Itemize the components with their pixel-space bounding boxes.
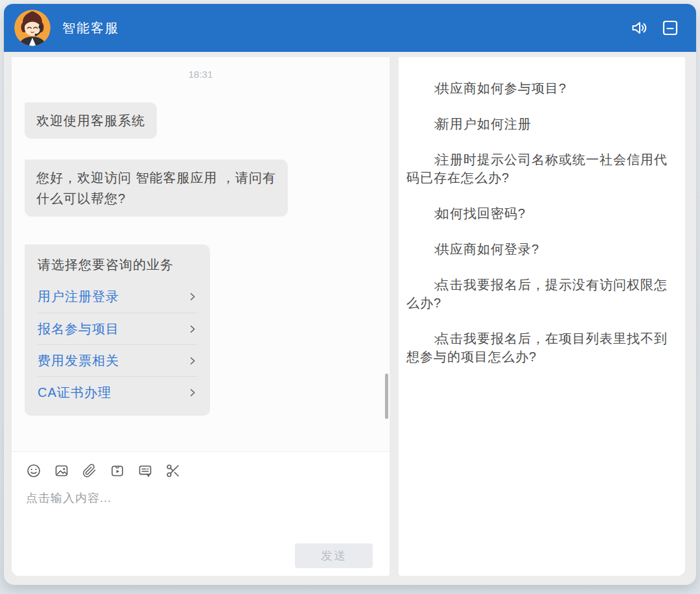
faq-question: 如何找回密码? bbox=[436, 206, 526, 220]
faq-item[interactable]: 新用户如何注册 bbox=[406, 115, 675, 133]
volume-icon[interactable] bbox=[630, 19, 648, 37]
faq-item[interactable]: 点击我要报名后，在项目列表里找不到 想参与的项目怎么办? bbox=[406, 329, 675, 366]
menu-item-label: 用户注册登录 bbox=[38, 288, 119, 305]
send-button[interactable]: 发送 bbox=[295, 543, 373, 568]
chevron-right-icon bbox=[432, 121, 441, 129]
chevron-right-icon bbox=[432, 335, 441, 344]
chevron-right-icon bbox=[187, 388, 197, 398]
faq-question: 点击我要报名后，在项目列表里找不到 想参与的项目怎么办? bbox=[406, 331, 668, 364]
agent-avatar-illustration bbox=[14, 10, 51, 46]
faq-item[interactable]: 点击我要报名后，提示没有访问权限怎 么办? bbox=[406, 276, 675, 312]
faq-item[interactable]: 注册时提示公司名称或统一社会信用代 码已存在怎么办? bbox=[406, 150, 675, 187]
menu-item-fee-invoice[interactable]: 费用发票相关 bbox=[38, 344, 197, 376]
chevron-right-icon bbox=[432, 281, 441, 290]
message-bubble: 您好，欢迎访问 智能客服应用 ，请问有 什么可以帮您? bbox=[25, 160, 288, 217]
avatar bbox=[14, 10, 51, 46]
faq-panel: 供应商如何参与项目? 新用户如何注册 注册时提示公司名称或统一社会信用代 码已存… bbox=[399, 57, 685, 576]
timestamp: 18:31 bbox=[12, 69, 390, 80]
faq-question: 点击我要报名后，提示没有访问权限怎 么办? bbox=[406, 278, 668, 310]
scrollbar-thumb[interactable] bbox=[385, 374, 388, 419]
image-icon[interactable] bbox=[54, 463, 69, 479]
faq-item[interactable]: 供应商如何参与项目? bbox=[406, 79, 675, 97]
message-bubble: 欢迎使用客服系统 bbox=[25, 102, 157, 139]
scissors-icon[interactable] bbox=[165, 463, 181, 479]
chevron-right-icon bbox=[432, 246, 441, 254]
faq-item[interactable]: 供应商如何登录? bbox=[406, 240, 675, 258]
chevron-right-icon bbox=[432, 85, 441, 93]
menu-item-label: 报名参与项目 bbox=[38, 320, 119, 338]
faq-question: 供应商如何登录? bbox=[436, 242, 539, 256]
menu-card-title: 请选择您要咨询的业务 bbox=[38, 256, 197, 273]
header-title: 智能客服 bbox=[62, 4, 119, 52]
menu-item-user-register-login[interactable]: 用户注册登录 bbox=[38, 281, 197, 313]
composer-toolbar bbox=[26, 463, 181, 479]
chevron-right-icon bbox=[187, 356, 197, 366]
menu-item-ca-certificate[interactable]: CA证书办理 bbox=[38, 376, 197, 408]
emoji-icon[interactable] bbox=[26, 463, 41, 479]
composer: 点击输入内容... 发送 bbox=[12, 453, 390, 576]
attachment-icon[interactable] bbox=[82, 463, 97, 479]
chat-bubble-icon[interactable] bbox=[137, 463, 153, 479]
header: 智能客服 bbox=[4, 4, 696, 52]
video-icon[interactable] bbox=[110, 463, 125, 479]
faq-question: 注册时提示公司名称或统一社会信用代 码已存在怎么办? bbox=[406, 152, 668, 185]
conversation-panel: 18:31 欢迎使用客服系统 您好，欢迎访问 智能客服应用 ，请问有 什么可以帮… bbox=[12, 57, 390, 576]
faq-item[interactable]: 如何找回密码? bbox=[406, 204, 675, 222]
minimize-icon[interactable] bbox=[661, 19, 679, 37]
faq-question: 新用户如何注册 bbox=[436, 117, 531, 131]
menu-item-label: 费用发票相关 bbox=[38, 352, 119, 370]
header-actions bbox=[630, 4, 679, 52]
menu-card: 请选择您要咨询的业务 用户注册登录 报名参与项目 费用发票相关 bbox=[25, 244, 210, 416]
chat-widget: 智能客服 18:31 欢迎使用客服系统 您好，欢迎访问 智能客服应用 ，请问有 … bbox=[4, 4, 696, 585]
composer-input[interactable]: 点击输入内容... bbox=[26, 490, 377, 536]
chevron-right-icon bbox=[432, 210, 441, 219]
chevron-right-icon bbox=[187, 324, 197, 334]
message-list: 18:31 欢迎使用客服系统 您好，欢迎访问 智能客服应用 ，请问有 什么可以帮… bbox=[12, 57, 390, 452]
chevron-right-icon bbox=[187, 292, 197, 302]
chevron-right-icon bbox=[432, 156, 441, 165]
menu-item-label: CA证书办理 bbox=[38, 384, 111, 401]
menu-item-signup-project[interactable]: 报名参与项目 bbox=[38, 313, 197, 344]
faq-question: 供应商如何参与项目? bbox=[436, 81, 566, 95]
